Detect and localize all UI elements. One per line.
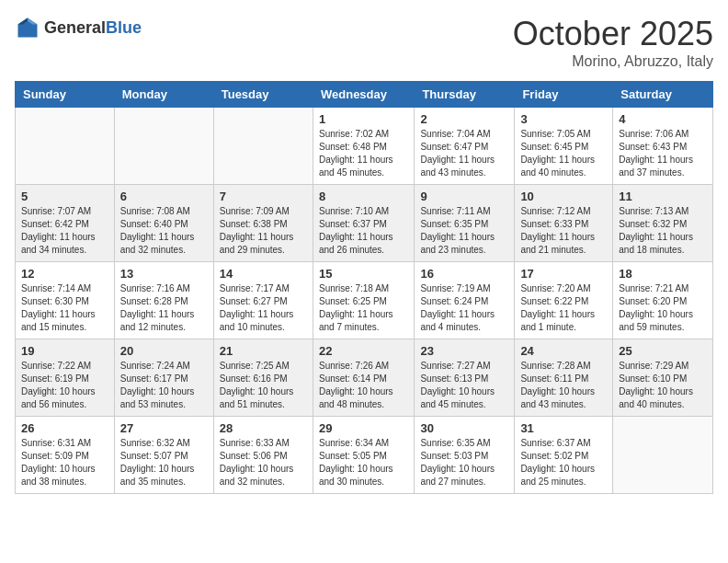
- calendar-cell: 12Sunrise: 7:14 AM Sunset: 6:30 PM Dayli…: [16, 262, 115, 339]
- calendar-week-row: 26Sunrise: 6:31 AM Sunset: 5:09 PM Dayli…: [16, 417, 713, 494]
- day-info: Sunrise: 7:18 AM Sunset: 6:25 PM Dayligh…: [319, 282, 408, 334]
- day-number: 19: [21, 344, 108, 358]
- calendar-cell: 22Sunrise: 7:26 AM Sunset: 6:14 PM Dayli…: [313, 339, 414, 417]
- calendar-cell: 21Sunrise: 7:25 AM Sunset: 6:16 PM Dayli…: [213, 339, 313, 417]
- day-number: 26: [21, 421, 108, 435]
- day-info: Sunrise: 7:21 AM Sunset: 6:20 PM Dayligh…: [619, 282, 707, 334]
- day-number: 29: [319, 421, 408, 435]
- day-number: 22: [319, 344, 408, 358]
- month-title: October 2025: [513, 15, 713, 53]
- day-info: Sunrise: 7:08 AM Sunset: 6:40 PM Dayligh…: [120, 205, 208, 257]
- calendar-cell: 27Sunrise: 6:32 AM Sunset: 5:07 PM Dayli…: [114, 417, 213, 494]
- day-info: Sunrise: 7:04 AM Sunset: 6:47 PM Dayligh…: [420, 128, 508, 179]
- day-info: Sunrise: 6:32 AM Sunset: 5:07 PM Dayligh…: [120, 437, 208, 488]
- day-number: 7: [220, 190, 307, 203]
- day-info: Sunrise: 6:31 AM Sunset: 5:09 PM Dayligh…: [21, 437, 108, 488]
- calendar-cell: 5Sunrise: 7:07 AM Sunset: 6:42 PM Daylig…: [16, 185, 115, 262]
- day-info: Sunrise: 7:16 AM Sunset: 6:28 PM Dayligh…: [120, 282, 208, 334]
- day-number: 14: [220, 267, 307, 281]
- calendar-cell: 15Sunrise: 7:18 AM Sunset: 6:25 PM Dayli…: [313, 262, 414, 339]
- day-info: Sunrise: 7:17 AM Sunset: 6:27 PM Dayligh…: [220, 282, 307, 334]
- location-subtitle: Morino, Abruzzo, Italy: [513, 53, 713, 70]
- day-number: 9: [420, 190, 508, 203]
- day-number: 28: [220, 421, 307, 435]
- day-info: Sunrise: 7:26 AM Sunset: 6:14 PM Dayligh…: [319, 360, 408, 411]
- weekday-header: Monday: [114, 82, 213, 108]
- calendar-cell: 30Sunrise: 6:35 AM Sunset: 5:03 PM Dayli…: [415, 417, 515, 494]
- logo-blue: Blue: [106, 18, 142, 37]
- logo-icon: [15, 15, 40, 40]
- calendar-cell: 19Sunrise: 7:22 AM Sunset: 6:19 PM Dayli…: [16, 339, 115, 417]
- calendar-cell: 7Sunrise: 7:09 AM Sunset: 6:38 PM Daylig…: [213, 185, 313, 262]
- calendar-cell: 31Sunrise: 6:37 AM Sunset: 5:02 PM Dayli…: [515, 417, 613, 494]
- calendar-week-row: 19Sunrise: 7:22 AM Sunset: 6:19 PM Dayli…: [16, 339, 713, 417]
- day-number: 12: [21, 267, 108, 281]
- day-info: Sunrise: 7:11 AM Sunset: 6:35 PM Dayligh…: [420, 205, 508, 257]
- day-number: 13: [120, 267, 208, 281]
- day-number: 16: [420, 267, 508, 281]
- calendar-cell: 28Sunrise: 6:33 AM Sunset: 5:06 PM Dayli…: [213, 417, 313, 494]
- day-number: 24: [520, 344, 607, 358]
- day-info: Sunrise: 6:35 AM Sunset: 5:03 PM Dayligh…: [420, 437, 508, 488]
- calendar-cell: 1Sunrise: 7:02 AM Sunset: 6:48 PM Daylig…: [313, 108, 414, 185]
- day-info: Sunrise: 7:27 AM Sunset: 6:13 PM Dayligh…: [420, 360, 508, 411]
- calendar-cell: 24Sunrise: 7:28 AM Sunset: 6:11 PM Dayli…: [515, 339, 613, 417]
- day-number: 18: [619, 267, 707, 281]
- page-header: GeneralBlue October 2025 Morino, Abruzzo…: [15, 15, 713, 70]
- calendar-cell: 6Sunrise: 7:08 AM Sunset: 6:40 PM Daylig…: [114, 185, 213, 262]
- logo-text: GeneralBlue: [44, 18, 142, 38]
- day-number: 25: [619, 344, 707, 358]
- day-info: Sunrise: 7:20 AM Sunset: 6:22 PM Dayligh…: [520, 282, 607, 334]
- day-info: Sunrise: 6:33 AM Sunset: 5:06 PM Dayligh…: [220, 437, 307, 488]
- day-number: 30: [420, 421, 508, 435]
- day-number: 21: [220, 344, 307, 358]
- calendar-cell: 4Sunrise: 7:06 AM Sunset: 6:43 PM Daylig…: [613, 108, 713, 185]
- calendar-cell: 16Sunrise: 7:19 AM Sunset: 6:24 PM Dayli…: [415, 262, 515, 339]
- day-info: Sunrise: 7:29 AM Sunset: 6:10 PM Dayligh…: [619, 360, 707, 411]
- day-number: 1: [319, 112, 408, 126]
- calendar-cell: 8Sunrise: 7:10 AM Sunset: 6:37 PM Daylig…: [313, 185, 414, 262]
- day-number: 27: [120, 421, 208, 435]
- calendar-cell: [16, 108, 115, 185]
- day-info: Sunrise: 7:12 AM Sunset: 6:33 PM Dayligh…: [520, 205, 607, 257]
- day-info: Sunrise: 7:22 AM Sunset: 6:19 PM Dayligh…: [21, 360, 108, 411]
- calendar-cell: 29Sunrise: 6:34 AM Sunset: 5:05 PM Dayli…: [313, 417, 414, 494]
- calendar-cell: 26Sunrise: 6:31 AM Sunset: 5:09 PM Dayli…: [16, 417, 115, 494]
- day-info: Sunrise: 7:25 AM Sunset: 6:16 PM Dayligh…: [220, 360, 307, 411]
- calendar-cell: 3Sunrise: 7:05 AM Sunset: 6:45 PM Daylig…: [515, 108, 613, 185]
- day-number: 10: [520, 190, 607, 203]
- logo-general: General: [44, 18, 106, 37]
- day-info: Sunrise: 7:24 AM Sunset: 6:17 PM Dayligh…: [120, 360, 208, 411]
- weekday-header: Friday: [515, 82, 613, 108]
- weekday-header: Sunday: [16, 82, 115, 108]
- calendar-cell: [613, 417, 713, 494]
- day-number: 8: [319, 190, 408, 203]
- day-number: 5: [21, 190, 108, 203]
- day-number: 2: [420, 112, 508, 126]
- weekday-header: Thursday: [415, 82, 515, 108]
- day-number: 11: [619, 190, 707, 203]
- calendar-cell: [213, 108, 313, 185]
- day-info: Sunrise: 7:02 AM Sunset: 6:48 PM Dayligh…: [319, 128, 408, 179]
- day-number: 20: [120, 344, 208, 358]
- weekday-header: Tuesday: [213, 82, 313, 108]
- day-info: Sunrise: 7:10 AM Sunset: 6:37 PM Dayligh…: [319, 205, 408, 257]
- calendar-week-row: 5Sunrise: 7:07 AM Sunset: 6:42 PM Daylig…: [16, 185, 713, 262]
- day-info: Sunrise: 7:07 AM Sunset: 6:42 PM Dayligh…: [21, 205, 108, 257]
- day-number: 4: [619, 112, 707, 126]
- day-info: Sunrise: 6:34 AM Sunset: 5:05 PM Dayligh…: [319, 437, 408, 488]
- calendar-cell: 23Sunrise: 7:27 AM Sunset: 6:13 PM Dayli…: [415, 339, 515, 417]
- calendar-cell: 9Sunrise: 7:11 AM Sunset: 6:35 PM Daylig…: [415, 185, 515, 262]
- day-info: Sunrise: 7:06 AM Sunset: 6:43 PM Dayligh…: [619, 128, 707, 179]
- day-info: Sunrise: 7:05 AM Sunset: 6:45 PM Dayligh…: [520, 128, 607, 179]
- day-info: Sunrise: 7:09 AM Sunset: 6:38 PM Dayligh…: [220, 205, 307, 257]
- calendar-cell: 18Sunrise: 7:21 AM Sunset: 6:20 PM Dayli…: [613, 262, 713, 339]
- calendar-week-row: 1Sunrise: 7:02 AM Sunset: 6:48 PM Daylig…: [16, 108, 713, 185]
- calendar-cell: 2Sunrise: 7:04 AM Sunset: 6:47 PM Daylig…: [415, 108, 515, 185]
- day-info: Sunrise: 7:13 AM Sunset: 6:32 PM Dayligh…: [619, 205, 707, 257]
- weekday-header: Saturday: [613, 82, 713, 108]
- day-number: 31: [520, 421, 607, 435]
- day-number: 23: [420, 344, 508, 358]
- day-info: Sunrise: 7:14 AM Sunset: 6:30 PM Dayligh…: [21, 282, 108, 334]
- calendar-cell: 13Sunrise: 7:16 AM Sunset: 6:28 PM Dayli…: [114, 262, 213, 339]
